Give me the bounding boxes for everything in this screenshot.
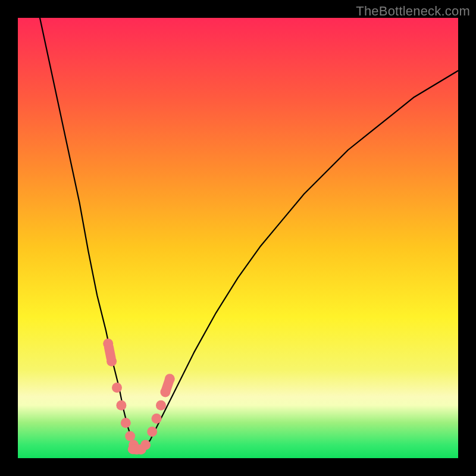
watermark-text: TheBottleneck.com [356,4,470,19]
svg-point-11 [152,414,162,424]
svg-point-2 [112,383,122,393]
plot-area [18,18,458,458]
chart-svg [18,18,458,458]
svg-point-12 [156,400,166,411]
svg-rect-17 [128,444,146,454]
svg-point-10 [147,427,157,437]
bottleneck-curve [40,18,458,449]
svg-point-4 [121,418,131,428]
svg-rect-15 [103,341,117,364]
highlighted-points [103,339,176,455]
svg-point-3 [116,400,126,411]
chart-frame: TheBottleneck.com [0,0,476,476]
svg-point-5 [125,431,135,441]
